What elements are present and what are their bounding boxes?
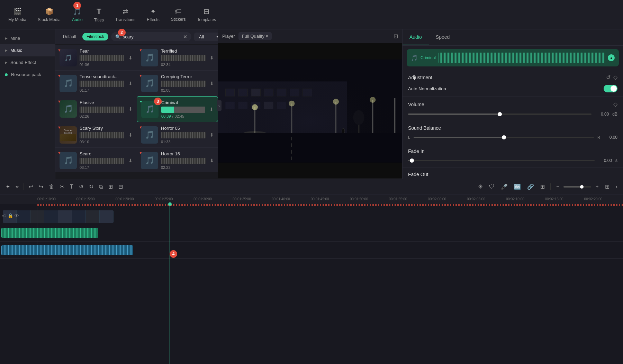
download-icon-horror16[interactable]: ⬇ — [210, 158, 214, 163]
download-icon-elusive[interactable]: ⬇ — [128, 106, 133, 112]
stock-media-icon: 📦 — [45, 7, 54, 16]
download-icon-creeping[interactable]: ⬇ — [210, 81, 214, 86]
toolbar-titles[interactable]: T Titles — [89, 4, 109, 25]
more-icon[interactable]: ⊟ — [116, 182, 125, 191]
toolbar-transitions[interactable]: ⇄ Transitions — [110, 4, 140, 25]
audio-waveform-scary-story — [80, 132, 124, 138]
panel-collapse-btn[interactable]: ‹ — [217, 100, 222, 111]
track-preview-vol-knob[interactable]: ● — [608, 54, 615, 61]
caption-icon[interactable]: 🔤 — [512, 182, 523, 191]
toolbar-stock-media[interactable]: 📦 Stock Media — [33, 4, 65, 25]
fade-in-knob[interactable] — [410, 158, 414, 163]
playhead[interactable] — [170, 204, 170, 364]
sidebar-item-resource-pack[interactable]: Resource pack — [0, 69, 55, 81]
toolbar-stickers[interactable]: 🏷 Stickers — [166, 4, 191, 25]
adjustment-reset-icon[interactable]: ↺ — [606, 74, 611, 81]
audio-thumb-creeping: 🎵 — [141, 75, 158, 92]
delete-icon[interactable]: 🗑 — [47, 182, 56, 191]
download-icon-fear[interactable]: ⬇ — [128, 55, 133, 61]
volume-slider-knob[interactable] — [498, 112, 502, 116]
audio-track-block-1[interactable] — [1, 228, 98, 238]
rotate-cw-icon[interactable]: ↻ — [87, 182, 96, 191]
download-icon-tense[interactable]: ⬇ — [128, 81, 133, 86]
toolbar-audio[interactable]: 1 🎵 Audio — [67, 4, 88, 25]
audio-thumb-tense: 🎵 — [60, 75, 77, 92]
grid-view-icon[interactable]: ⊞ — [603, 182, 612, 191]
video-canvas — [218, 43, 402, 179]
transitions-icon: ⇄ — [123, 7, 128, 16]
volume-slider-track[interactable] — [408, 113, 592, 115]
fade-in-slider-track[interactable] — [408, 160, 595, 161]
audio-track-block-2[interactable] — [1, 245, 133, 255]
step3-badge: 3 — [154, 98, 162, 105]
toolbar-my-media[interactable]: 🎬 My Media — [3, 4, 31, 25]
download-icon-terrified[interactable]: ⬇ — [210, 55, 214, 61]
audio-card-horror16[interactable]: ♥ 🎵 Horror 16 02:22 ⬇ — [137, 148, 218, 172]
sidebar-item-mine[interactable]: ▶ Mine — [0, 32, 55, 44]
audio-card-horror05[interactable]: ♥ 🎵 Horror 05 01:33 ⬇ — [137, 122, 218, 148]
video-eye-icon[interactable]: 👁 — [15, 213, 19, 218]
tab-audio[interactable]: Audio — [403, 29, 429, 45]
search-tab-filmstock[interactable]: Filmstock — [82, 33, 108, 40]
ruler-mark-5: 00:01:35:00 — [233, 197, 272, 201]
sound-balance-slider-track[interactable] — [414, 137, 594, 138]
filter-dropdown[interactable]: All Horror Action — [194, 33, 221, 41]
select-icon[interactable]: ⌖ — [13, 182, 21, 191]
zoom-in-icon[interactable]: + — [593, 182, 601, 191]
shield-icon[interactable]: 🛡 — [487, 182, 497, 191]
text-icon[interactable]: T — [68, 182, 75, 191]
download-icon-scary-story[interactable]: ⬇ — [128, 132, 133, 138]
toolbar-templates[interactable]: ⊟ Templates — [192, 4, 221, 25]
auto-normalization-toggle[interactable] — [604, 85, 617, 92]
composite-icon[interactable]: ⊞ — [106, 182, 115, 191]
fullscreen-icon[interactable]: ⊡ — [394, 33, 398, 39]
audio-title-horror16: Horror 16 — [161, 151, 206, 156]
zoom-out-icon[interactable]: − — [554, 182, 561, 191]
rotate-ccw-icon[interactable]: ↺ — [77, 182, 85, 191]
music-icon-tense: 🎵 — [64, 79, 73, 88]
tab-speed[interactable]: Speed — [429, 29, 457, 45]
audio-title-elusive: Elusive — [80, 100, 124, 105]
ruler-mark-3: 00:01:25:00 — [154, 197, 193, 201]
grid-icon[interactable]: ⊞ — [538, 182, 547, 191]
audio-card-terrified[interactable]: ♥ 🎵 Terrified 02:34 ⬇ — [137, 45, 218, 71]
group-icon[interactable]: ⧉ — [97, 182, 105, 191]
music-icon-criminal: 🎵 — [145, 105, 155, 114]
download-icon-scare[interactable]: ⬇ — [128, 158, 133, 163]
audio-current-time-criminal: 00:39 — [161, 114, 171, 118]
audio-duration-tense: 01:17 — [80, 88, 124, 92]
close-icon[interactable]: ✕ — [183, 34, 187, 39]
audio-card-criminal[interactable]: ♥ 🎵 Criminal 00:39 / 02:45 ⬇ — [137, 96, 218, 122]
search-input[interactable] — [123, 34, 181, 39]
audio-duration-criminal: 02:45 — [175, 114, 184, 118]
fade-in-label: Fade In — [408, 148, 424, 154]
adjustment-settings-icon[interactable]: ◇ — [613, 74, 617, 81]
undo-icon[interactable]: ↩ — [27, 182, 35, 191]
redo-icon[interactable]: ↪ — [37, 182, 45, 191]
sidebar-item-sound-effect[interactable]: ▶ Sound Effect — [0, 56, 55, 69]
quality-button[interactable]: Full Quality ▾ — [238, 32, 272, 40]
sidebar-item-music[interactable]: ▶ Music — [0, 44, 55, 56]
audio-card-creeping[interactable]: ♥ 🎵 Creeping Terror 01:08 ⬇ — [137, 71, 218, 96]
zoom-slider[interactable] — [563, 186, 591, 188]
audio-card-scare[interactable]: ♥ 🎵 Scare 03:17 ⬇ — [55, 148, 137, 172]
download-icon-horror05[interactable]: ⬇ — [210, 132, 214, 138]
link-icon[interactable]: 🔗 — [525, 182, 536, 191]
mic-icon[interactable]: 🎤 — [499, 182, 510, 191]
search-tab-default[interactable]: Default — [59, 33, 80, 40]
audio-card-scary-story[interactable]: ♥ Dancer Big Ball Scary Story 03:10 ⬇ — [55, 122, 137, 148]
chevron-right-icon[interactable]: › — [614, 182, 620, 191]
audio-card-tense[interactable]: ♥ 🎵 Tense soundtrack... 01:17 ⬇ — [55, 71, 137, 96]
split-icon[interactable]: ✦ — [3, 182, 12, 191]
cut-icon[interactable]: ✂ — [58, 182, 66, 191]
audio-card-elusive[interactable]: ♥ 🎵 Elusive 02:26 ⬇ — [55, 96, 137, 122]
toolbar-effects[interactable]: ✦ Effects — [142, 4, 164, 25]
video-lock-icon[interactable]: 🔒 — [8, 213, 13, 218]
download-icon-criminal[interactable]: ⬇ — [209, 107, 214, 112]
audio-card-fear[interactable]: ♥ 🎵 Fear 01:36 ⬇ — [55, 45, 137, 71]
audio-duration-elusive: 02:26 — [80, 114, 124, 118]
volume-diamond-icon[interactable]: ◇ — [613, 101, 617, 108]
brightness-icon[interactable]: ☀ — [476, 182, 485, 191]
sound-balance-knob[interactable] — [502, 135, 506, 139]
music-icon-terrified: 🎵 — [145, 53, 154, 62]
